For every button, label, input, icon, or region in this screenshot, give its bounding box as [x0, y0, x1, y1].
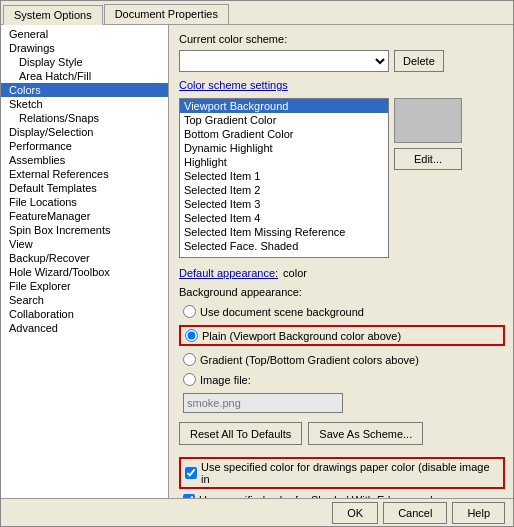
ok-button[interactable]: OK: [332, 502, 378, 524]
sidebar-item-default-templates[interactable]: Default Templates: [1, 181, 168, 195]
sidebar-item-backup-recover[interactable]: Backup/Recover: [1, 251, 168, 265]
sidebar-item-view[interactable]: View: [1, 237, 168, 251]
current-color-scheme-label: Current color scheme:: [179, 33, 505, 45]
checkbox-section: Use specified color for drawings paper c…: [179, 457, 505, 498]
checkbox-drawings-paper[interactable]: [185, 467, 197, 479]
sidebar-item-external-references[interactable]: External References: [1, 167, 168, 181]
radio-label-2: Gradient (Top/Bottom Gradient colors abo…: [200, 354, 419, 366]
sidebar-item-advanced[interactable]: Advanced: [1, 321, 168, 335]
radio-row-gradient: Gradient (Top/Bottom Gradient colors abo…: [179, 353, 505, 366]
sidebar-item-drawings[interactable]: Drawings: [1, 41, 168, 55]
cancel-button[interactable]: Cancel: [383, 502, 447, 524]
button-row: Reset All To Defaults Save As Scheme...: [179, 422, 505, 445]
image-file-row: [179, 393, 505, 413]
radio-gradient[interactable]: [183, 353, 196, 366]
color-scheme-row: Delete: [179, 50, 505, 72]
sidebar-item-performance[interactable]: Performance: [1, 139, 168, 153]
image-file-input[interactable]: [183, 393, 343, 413]
sidebar-item-file-locations[interactable]: File Locations: [1, 195, 168, 209]
radio-label-0: Use document scene background: [200, 306, 364, 318]
delete-button[interactable]: Delete: [394, 50, 444, 72]
checkbox-label-0: Use specified color for drawings paper c…: [201, 461, 499, 485]
background-appearance-label: Background appearance:: [179, 286, 505, 298]
radio-row-image: Image file:: [179, 373, 505, 386]
scheme-list-item[interactable]: Highlight: [180, 155, 388, 169]
sidebar-item-colors[interactable]: Colors: [1, 83, 168, 97]
sidebar-item-spin-box-increments[interactable]: Spin Box Increments: [1, 223, 168, 237]
sidebar-item-display-selection[interactable]: Display/Selection: [1, 125, 168, 139]
sidebar-item-featuremanager[interactable]: FeatureManager: [1, 209, 168, 223]
scheme-list-item[interactable]: Selected Item 4: [180, 211, 388, 225]
radio-image[interactable]: [183, 373, 196, 386]
radio-label-1: Plain (Viewport Background color above): [202, 330, 401, 342]
tab-system-options[interactable]: System Options: [3, 5, 103, 25]
sidebar-item-search[interactable]: Search: [1, 293, 168, 307]
sidebar-item-area-hatch-fill[interactable]: Area Hatch/Fill: [1, 69, 168, 83]
system-options-window: System Options Document Properties Gener…: [0, 0, 514, 527]
sidebar-item-display-style[interactable]: Display Style: [1, 55, 168, 69]
color-scheme-dropdown[interactable]: [179, 50, 389, 72]
sidebar-item-collaboration[interactable]: Collaboration: [1, 307, 168, 321]
checkbox-row-0: Use specified color for drawings paper c…: [179, 457, 505, 489]
sidebar-item-general[interactable]: General: [1, 27, 168, 41]
scheme-list-item[interactable]: Bottom Gradient Color: [180, 127, 388, 141]
radio-label-3: Image file:: [200, 374, 251, 386]
main-content: GeneralDrawingsDisplay StyleArea Hatch/F…: [1, 25, 513, 498]
sidebar-item-hole-wizard-toolbox[interactable]: Hole Wizard/Toolbox: [1, 265, 168, 279]
color-scheme-settings-label[interactable]: Color scheme settings: [179, 79, 505, 91]
radio-document-scene[interactable]: [183, 305, 196, 318]
scheme-list-item[interactable]: Selected Item 1: [180, 169, 388, 183]
sidebar-item-relations-snaps[interactable]: Relations/Snaps: [1, 111, 168, 125]
sidebar-item-file-explorer[interactable]: File Explorer: [1, 279, 168, 293]
help-button[interactable]: Help: [452, 502, 505, 524]
right-panel: Current color scheme: Delete Color schem…: [169, 25, 513, 498]
tab-bar: System Options Document Properties: [1, 1, 513, 25]
save-as-button[interactable]: Save As Scheme...: [308, 422, 423, 445]
radio-plain[interactable]: [185, 329, 198, 342]
radio-row-plain: Plain (Viewport Background color above): [179, 325, 505, 346]
scheme-list-item[interactable]: Selected Item 3: [180, 197, 388, 211]
scheme-list-item[interactable]: Selected Item 2: [180, 183, 388, 197]
scheme-list-item[interactable]: Selected Face. Shaded: [180, 239, 388, 253]
default-appearance-row: Default appearance: color: [179, 267, 505, 279]
color-swatch: [394, 98, 462, 143]
scheme-list-container: Viewport BackgroundTop Gradient ColorBot…: [179, 98, 505, 258]
bottom-bar: OK Cancel Help: [1, 498, 513, 526]
edit-button[interactable]: Edit...: [394, 148, 462, 170]
scheme-list-item[interactable]: Viewport Background: [180, 99, 388, 113]
default-appearance-link[interactable]: Default appearance:: [179, 267, 278, 279]
scheme-list-item[interactable]: Dynamic Highlight: [180, 141, 388, 155]
scheme-list-item[interactable]: Selected Item Missing Reference: [180, 225, 388, 239]
tab-document-properties[interactable]: Document Properties: [104, 4, 229, 24]
sidebar-item-assemblies[interactable]: Assemblies: [1, 153, 168, 167]
sidebar: GeneralDrawingsDisplay StyleArea Hatch/F…: [1, 25, 169, 498]
reset-all-button[interactable]: Reset All To Defaults: [179, 422, 302, 445]
scheme-list[interactable]: Viewport BackgroundTop Gradient ColorBot…: [179, 98, 389, 258]
sidebar-item-sketch[interactable]: Sketch: [1, 97, 168, 111]
radio-row-0: Use document scene background: [179, 305, 505, 318]
default-appearance-value: color: [283, 267, 307, 279]
scheme-list-item[interactable]: Top Gradient Color: [180, 113, 388, 127]
color-preview-area: Edit...: [394, 98, 462, 258]
